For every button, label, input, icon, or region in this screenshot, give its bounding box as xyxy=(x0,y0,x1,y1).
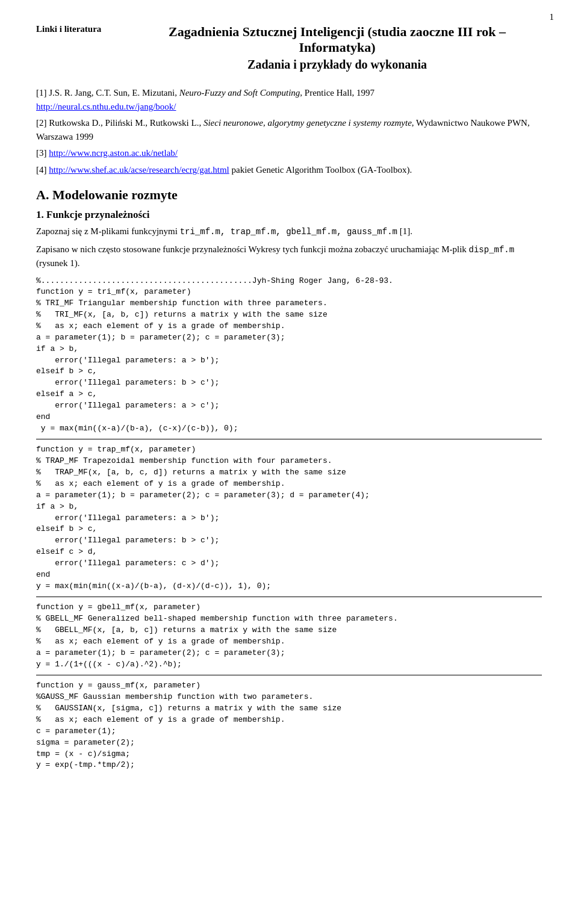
code-gbell-mf: function y = gbell_mf(x, parameter) % GB… xyxy=(36,602,542,670)
section-a-title: A. Modelowanie rozmyte xyxy=(36,187,542,203)
ref-3-id: [3] xyxy=(36,148,47,158)
divider-3 xyxy=(36,675,542,675)
subtitle: Zadania i przykłady do wykonania xyxy=(132,58,542,72)
ref-4-link[interactable]: http://www.shef.ac.uk/acse/research/ecrg… xyxy=(49,165,229,175)
reference-1: [1] J.S. R. Jang, C.T. Sun, E. Mizutani,… xyxy=(36,86,542,113)
page-number: 1 xyxy=(550,12,555,22)
ref-1-link[interactable]: http://neural.cs.nthu.edu.tw/jang/book/ xyxy=(36,102,176,111)
desc-code: disp_mf.m xyxy=(469,245,515,255)
code-tri-mf: %.......................................… xyxy=(36,276,542,435)
intro-paragraph: Zapoznaj się z M-plikami funkcyjnymi tri… xyxy=(36,225,542,239)
reference-2: [2] Rutkowska D., Piliński M., Rutkowski… xyxy=(36,116,542,143)
intro-suffix: [1]. xyxy=(397,226,412,236)
divider-2 xyxy=(36,597,542,597)
ref-4-id: [4] xyxy=(36,165,47,175)
desc-text: Zapisano w nich często stosowane funkcje… xyxy=(36,244,469,254)
references-section: [1] J.S. R. Jang, C.T. Sun, E. Mizutani,… xyxy=(36,86,542,176)
section-1-title: 1. Funkcje przynależności xyxy=(36,209,542,221)
desc-paragraph: Zapisano w nich często stosowane funkcje… xyxy=(36,243,542,271)
ref-1-id: [1] xyxy=(36,88,47,98)
ref-1-authors: J.S. R. Jang, C.T. Sun, E. Mizutani, Neu… xyxy=(49,88,374,98)
ref-2-text: Rutkowska D., Piliński M., Rutkowski L.,… xyxy=(36,118,530,141)
main-title: Zagadnienia Sztucznej Inteligencji (stud… xyxy=(132,24,542,55)
linki-label: Linki i literatura xyxy=(36,24,132,34)
ref-4-suffix: pakiet Genetic Algorithm Toolbox (GA-Too… xyxy=(231,165,412,175)
code-gauss-mf: function y = gauss_mf(x, parameter) %GAU… xyxy=(36,680,542,771)
divider-1 xyxy=(36,439,542,439)
ref-2-id: [2] xyxy=(36,118,47,128)
code-trap-mf: function y = trap_mf(x, parameter) % TRA… xyxy=(36,444,542,592)
intro-code: tri_mf.m, trap_mf.m, gbell_mf.m, gauss_m… xyxy=(180,227,397,237)
ref-3-link[interactable]: http://www.ncrg.aston.ac.uk/netlab/ xyxy=(49,148,178,158)
reference-3: [3] http://www.ncrg.aston.ac.uk/netlab/ xyxy=(36,146,542,160)
intro-text: Zapoznaj się z M-plikami funkcyjnymi xyxy=(36,226,180,236)
reference-4: [4] http://www.shef.ac.uk/acse/research/… xyxy=(36,163,542,177)
desc-suffix: (rysunek 1). xyxy=(36,258,79,268)
